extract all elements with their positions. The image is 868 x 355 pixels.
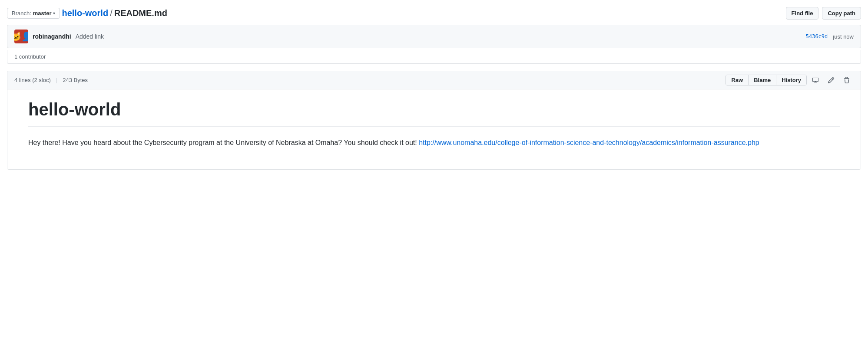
- breadcrumb: Branch: master ▾ hello-world / README.md: [7, 8, 167, 19]
- file-container: 4 lines (2 sloc) | 243 Bytes Raw Blame H…: [7, 71, 861, 170]
- branch-name: master: [33, 10, 52, 16]
- branch-label: Branch:: [12, 10, 31, 16]
- file-header: 4 lines (2 sloc) | 243 Bytes Raw Blame H…: [7, 71, 861, 89]
- branch-selector[interactable]: Branch: master ▾: [7, 8, 60, 19]
- file-name: README.md: [114, 8, 167, 18]
- breadcrumb-separator: /: [110, 8, 113, 18]
- file-content: hello-world Hey there! Have you heard ab…: [7, 89, 861, 169]
- top-actions: Find file Copy path: [786, 7, 861, 20]
- top-bar: Branch: master ▾ hello-world / README.md…: [7, 7, 861, 20]
- find-file-button[interactable]: Find file: [786, 7, 819, 20]
- commit-username[interactable]: robinagandhi: [33, 33, 71, 40]
- contributor-count: 1 contributor: [14, 53, 46, 60]
- delete-icon[interactable]: [840, 75, 854, 85]
- file-actions: Raw Blame History: [726, 75, 854, 85]
- edit-icon[interactable]: [824, 75, 838, 85]
- commit-sha[interactable]: 5436c9d: [806, 33, 828, 39]
- commit-right: 5436c9d just now: [806, 33, 854, 40]
- file-meta: 4 lines (2 sloc) | 243 Bytes: [14, 77, 88, 83]
- commit-left: 🐱‍👤 robinagandhi Added link: [14, 30, 104, 43]
- view-buttons: Raw Blame History: [726, 75, 807, 85]
- file-lines: 4 lines (2 sloc): [14, 77, 51, 83]
- desktop-icon[interactable]: [808, 75, 822, 85]
- repo-link[interactable]: hello-world: [62, 8, 108, 18]
- file-size: 243 Bytes: [63, 77, 88, 83]
- blame-button[interactable]: Blame: [749, 75, 776, 85]
- chevron-down-icon: ▾: [53, 11, 55, 16]
- copy-path-button[interactable]: Copy path: [822, 7, 861, 20]
- history-button[interactable]: History: [776, 75, 806, 85]
- readme-body: Hey there! Have you heard about the Cybe…: [28, 137, 840, 148]
- readme-link[interactable]: http://www.unomaha.edu/college-of-inform…: [419, 139, 759, 146]
- contributor-bar: 1 contributor: [7, 50, 861, 64]
- avatar-image: 🐱‍👤: [14, 32, 28, 41]
- commit-bar: 🐱‍👤 robinagandhi Added link 5436c9d just…: [7, 25, 861, 48]
- raw-button[interactable]: Raw: [726, 75, 749, 85]
- readme-title: hello-world: [28, 100, 840, 127]
- commit-time: just now: [833, 33, 854, 40]
- avatar: 🐱‍👤: [14, 30, 28, 43]
- meta-divider: |: [56, 77, 57, 83]
- commit-message: Added link: [76, 33, 104, 40]
- readme-text: Hey there! Have you heard about the Cybe…: [28, 139, 417, 146]
